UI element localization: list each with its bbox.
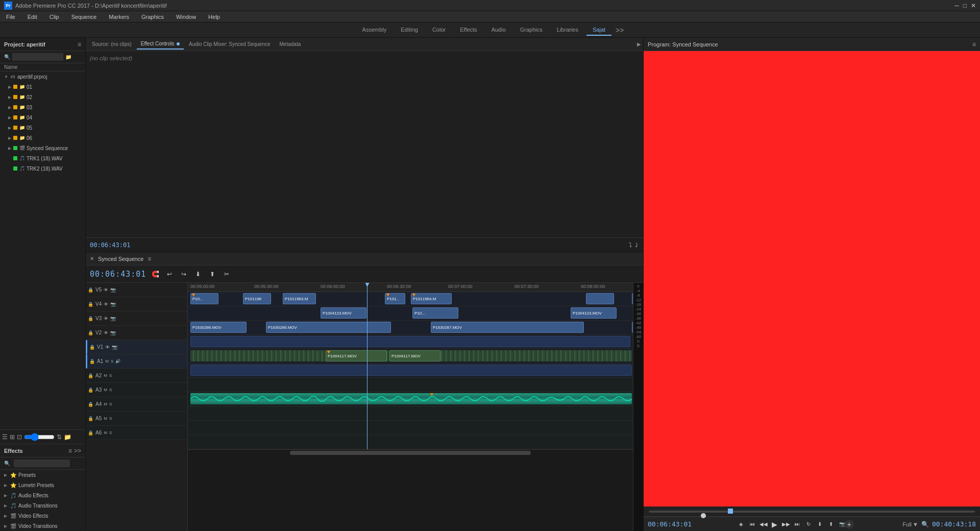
source-tabs-expand-icon[interactable]: ▶ <box>637 41 641 47</box>
clip[interactable] <box>190 336 630 347</box>
clip[interactable] <box>632 293 633 304</box>
track-m-a3[interactable]: M <box>104 388 107 392</box>
grid-view-icon[interactable]: ⊞ <box>10 433 15 441</box>
step-forward-button[interactable]: ▶▶ <box>781 520 791 529</box>
ripple-button[interactable]: ✂ <box>222 269 232 279</box>
safe-margin-icon[interactable]: 🔍 <box>921 521 929 528</box>
step-back-button[interactable]: ◀◀ <box>759 520 768 529</box>
audio-clip[interactable] <box>190 365 632 376</box>
clip[interactable]: P1630286.MOV <box>266 322 391 333</box>
tab-audio[interactable]: Audio <box>485 25 512 36</box>
list-item[interactable]: ▶ 📁 05 <box>0 123 85 133</box>
add-panel-button[interactable]: + <box>845 520 854 529</box>
timeline-scroll-thumb[interactable] <box>290 451 531 455</box>
source-overwrite-icon[interactable]: ⤸ <box>634 242 639 249</box>
redo-button[interactable]: ↪ <box>179 269 189 279</box>
insert-edit-button[interactable]: ⬇ <box>815 520 824 529</box>
menu-edit[interactable]: Edit <box>26 13 39 21</box>
play-button[interactable]: ▶ <box>770 520 779 529</box>
track-s-a4[interactable]: S <box>109 402 112 406</box>
insert-button[interactable]: ⬇ <box>193 269 203 279</box>
track-m-a5[interactable]: M <box>104 416 107 421</box>
track-mute-v2[interactable]: 📷 <box>110 330 116 335</box>
tab-metadata[interactable]: Metadata <box>276 39 305 49</box>
tab-sajat[interactable]: Sajat <box>586 25 611 36</box>
clip[interactable]: P1004117.MOV <box>326 350 387 361</box>
track-m-a6[interactable]: M <box>104 430 107 435</box>
project-item-root[interactable]: ▼ 🗃 aperitif.prproj <box>0 71 85 82</box>
undo-button[interactable]: ↩ <box>164 269 175 279</box>
timeline-scrollbar[interactable] <box>188 449 633 455</box>
add-marker-button[interactable]: ◈ <box>737 520 746 529</box>
track-m-a2[interactable]: M <box>104 373 107 378</box>
audio-wave-clip[interactable] <box>190 393 632 404</box>
tab-color[interactable]: Color <box>426 25 452 36</box>
track-s-a2[interactable]: S <box>109 373 112 378</box>
clip[interactable]: P1630287.MOV <box>632 322 633 333</box>
effects-search-input[interactable] <box>14 460 70 467</box>
tab-effect-controls[interactable]: Effect Controls <box>137 39 184 50</box>
list-item[interactable]: ▶ 📁 02 <box>0 92 85 102</box>
track-mute-v1[interactable]: 📷 <box>112 345 117 350</box>
clip[interactable] <box>586 293 614 304</box>
track-eye-v2[interactable]: 👁 <box>104 330 108 335</box>
menu-window[interactable]: Window <box>174 13 198 21</box>
lock-icon[interactable]: 🔒 <box>88 416 93 421</box>
program-scrubber[interactable] <box>644 506 980 517</box>
track-eye-v1[interactable]: 👁 <box>105 345 110 350</box>
track-eye-v4[interactable]: 👁 <box>104 302 108 307</box>
timeline-menu-icon[interactable]: ≡ <box>148 255 151 262</box>
list-item[interactable]: ▶ 🎬 Synced Sequence <box>0 143 85 153</box>
clip[interactable]: P1011963.M <box>283 293 316 304</box>
clip[interactable]: P101196 <box>243 293 271 304</box>
fit-dropdown[interactable]: Full ▼ <box>902 521 918 527</box>
project-search-input[interactable] <box>12 53 63 61</box>
playhead[interactable] <box>367 283 368 449</box>
menu-file[interactable]: File <box>4 13 17 21</box>
clip[interactable]: P10... <box>190 293 218 304</box>
list-item[interactable]: ▶ 📁 03 <box>0 102 85 112</box>
source-insert-icon[interactable]: ⤵ <box>629 242 632 249</box>
list-item[interactable]: 🎵 TRK2 (18).WAV <box>0 163 85 174</box>
snap-to-playhead-button[interactable]: 🧲 <box>150 269 160 279</box>
timeline-timecode[interactable]: 00:06:43:01 <box>90 270 146 279</box>
clip[interactable]: P1004123.MOV <box>571 307 617 319</box>
track-mute-v3[interactable]: 📷 <box>110 316 116 321</box>
lock-icon[interactable]: 🔒 <box>88 302 93 307</box>
track-m-a4[interactable]: M <box>104 402 107 406</box>
sort-icon[interactable]: ⇅ <box>57 433 62 441</box>
track-mute-v4[interactable]: 📷 <box>110 302 116 307</box>
program-monitor-menu-icon[interactable]: ≡ <box>972 41 976 48</box>
track-s-a1[interactable]: S <box>111 359 113 364</box>
minimize-button[interactable]: ─ <box>954 2 959 9</box>
effects-more-icon[interactable]: >> <box>74 447 81 454</box>
zoom-slider[interactable] <box>24 435 55 439</box>
track-eye-v3[interactable]: 👁 <box>104 316 108 321</box>
list-item[interactable]: ▶ 📁 06 <box>0 133 85 143</box>
clip[interactable]: P1011964.M <box>411 293 452 304</box>
lock-icon[interactable]: 🔒 <box>88 330 93 335</box>
clip[interactable]: P1630287.MOV <box>431 322 584 333</box>
list-item[interactable]: ▶ 📁 01 <box>0 82 85 92</box>
effects-item-audio-effects[interactable]: ▶ 🎵 Audio Effects <box>0 490 85 500</box>
close-button[interactable]: ✕ <box>971 2 976 9</box>
lift-button[interactable]: ⬆ <box>207 269 217 279</box>
maximize-button[interactable]: □ <box>963 2 967 9</box>
list-view-icon[interactable]: ☰ <box>2 433 8 441</box>
project-menu-icon[interactable]: ≡ <box>78 41 81 48</box>
track-mute-v5[interactable]: 📷 <box>110 287 116 293</box>
lock-icon[interactable]: 🔒 <box>88 430 93 436</box>
loop-button[interactable]: ↻ <box>804 520 813 529</box>
effects-item-video-transitions[interactable]: ▶ 🎬 Video Transitions <box>0 521 85 531</box>
track-s-a6[interactable]: S <box>109 430 112 435</box>
track-eye-v5[interactable]: 👁 <box>104 287 108 293</box>
menu-markers[interactable]: Markers <box>107 13 131 21</box>
clip[interactable]: P101.. <box>385 293 405 304</box>
menu-graphics[interactable]: Graphics <box>139 13 166 21</box>
effects-item-presets[interactable]: ▶ ⭐ Presets <box>0 470 85 480</box>
track-vol-a1[interactable]: 🔊 <box>115 359 120 364</box>
tab-editing[interactable]: Editing <box>395 25 424 36</box>
clip[interactable]: P1004123.MOV <box>321 307 366 319</box>
lock-icon[interactable]: 🔒 <box>88 388 93 393</box>
clip[interactable]: P10... <box>412 307 458 319</box>
